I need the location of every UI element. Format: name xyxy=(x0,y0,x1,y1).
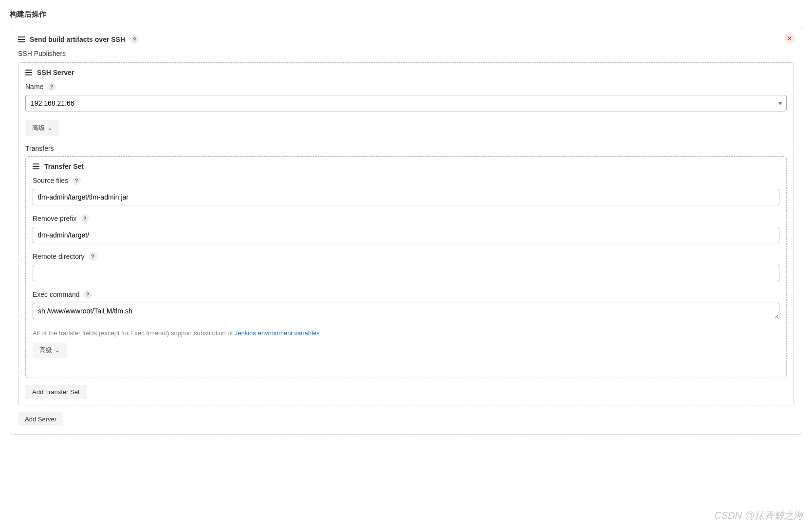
section-title: 构建后操作 xyxy=(10,10,802,19)
remove-prefix-group: Remove prefix ? xyxy=(33,214,779,243)
build-step-container: ✕ Send build artifacts over SSH ? SSH Pu… xyxy=(10,27,802,435)
remove-prefix-input[interactable] xyxy=(33,227,779,243)
ssh-server-title: SSH Server xyxy=(37,69,74,76)
remote-directory-label: Remote directory xyxy=(33,253,85,260)
help-icon[interactable]: ? xyxy=(83,290,92,299)
help-icon[interactable]: ? xyxy=(47,82,56,91)
remove-step-button[interactable]: ✕ xyxy=(784,33,795,44)
help-icon[interactable]: ? xyxy=(130,35,139,44)
name-field-group: Name ? 192.168.21.66 xyxy=(25,82,787,111)
advanced-row: 高级 ⌄ xyxy=(25,120,787,136)
advanced-button[interactable]: 高级 ⌄ xyxy=(25,120,59,136)
server-name-select[interactable]: 192.168.21.66 xyxy=(25,95,787,111)
info-text-prefix: All of the transfer fields (except for E… xyxy=(33,329,235,337)
ssh-publishers-label: SSH Publishers xyxy=(18,50,794,57)
env-variables-link[interactable]: Jenkins environment variables xyxy=(235,329,320,337)
exec-command-group: Exec command ? sh /www/wwwroot/TaiLM/tlm… xyxy=(33,290,779,321)
transfers-label: Transfers xyxy=(25,145,787,152)
transfer-set-title: Transfer Set xyxy=(44,163,84,170)
remove-prefix-label: Remove prefix xyxy=(33,215,76,222)
transfer-advanced-button[interactable]: 高级 ⌄ xyxy=(33,343,67,358)
name-label: Name xyxy=(25,83,43,91)
transfer-set-header: Transfer Set xyxy=(33,163,779,170)
exec-command-label: Exec command xyxy=(33,291,79,298)
drag-handle-icon[interactable] xyxy=(18,36,25,42)
close-icon: ✕ xyxy=(787,35,793,42)
drag-handle-icon[interactable] xyxy=(33,164,39,169)
source-files-input[interactable] xyxy=(33,189,779,205)
build-step-header: Send build artifacts over SSH ? xyxy=(18,35,794,44)
advanced-label: 高级 xyxy=(39,346,52,355)
source-files-group: Source files ? xyxy=(33,176,779,205)
chevron-down-icon: ⌄ xyxy=(48,125,53,131)
ssh-server-container: SSH Server Name ? 192.168.21.66 高级 ⌄ Tra… xyxy=(18,62,794,405)
add-transfer-set-button[interactable]: Add Transfer Set xyxy=(25,385,87,399)
help-icon[interactable]: ? xyxy=(80,214,89,223)
help-icon[interactable]: ? xyxy=(89,252,97,261)
remote-directory-group: Remote directory ? xyxy=(33,252,779,281)
help-icon[interactable]: ? xyxy=(72,176,81,185)
build-step-title: Send build artifacts over SSH xyxy=(30,36,125,43)
add-server-button[interactable]: Add Server xyxy=(18,412,63,426)
info-text: All of the transfer fields (except for E… xyxy=(33,329,779,337)
remote-directory-input[interactable] xyxy=(33,265,779,281)
drag-handle-icon[interactable] xyxy=(25,70,32,75)
chevron-down-icon: ⌄ xyxy=(55,347,60,354)
exec-command-textarea[interactable]: sh /www/wwwroot/TaiLM/tlm.sh xyxy=(33,303,779,319)
advanced-label: 高级 xyxy=(32,124,45,132)
ssh-server-header: SSH Server xyxy=(25,69,787,76)
transfer-set-container: Transfer Set Source files ? Remove prefi… xyxy=(25,156,787,378)
source-files-label: Source files xyxy=(33,177,68,184)
